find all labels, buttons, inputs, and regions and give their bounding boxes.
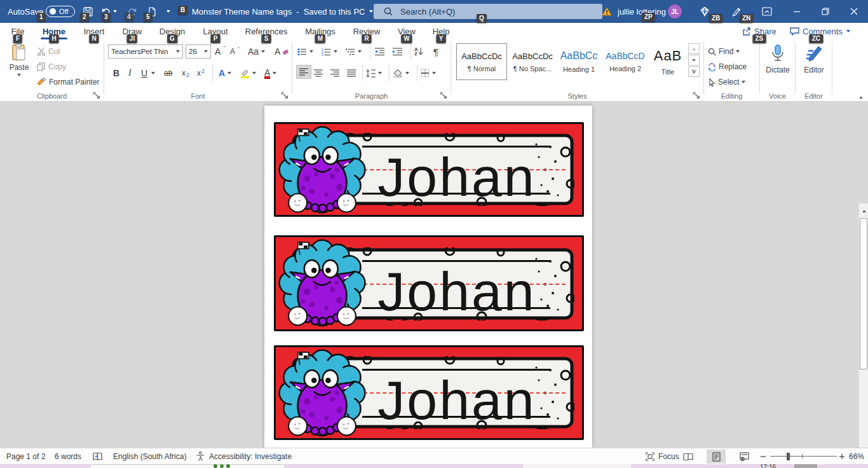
scroll-up-button[interactable] (860, 206, 868, 216)
strikethrough-button[interactable]: ab (164, 66, 172, 80)
comments-button[interactable]: Comments ZC (790, 23, 843, 39)
style-heading1[interactable]: AaBbCc Heading 1 (557, 43, 601, 80)
increase-indent-button[interactable] (393, 45, 402, 59)
select-button[interactable]: Select (708, 75, 745, 89)
read-mode-button[interactable] (679, 450, 698, 464)
document-page[interactable]: Johan Johan Johan (264, 106, 592, 448)
style-no-spacing[interactable]: AaBbCcDc ¶ No Spac... (510, 43, 555, 80)
subscript-button[interactable]: x2 (182, 66, 189, 80)
focus-mode-button[interactable]: Focus (646, 448, 679, 464)
replace-button[interactable]: Replace (708, 60, 747, 74)
change-case-button[interactable]: Aa (248, 45, 265, 59)
document-title[interactable]: Monster Theme Name tags - Saved to this … (192, 0, 373, 23)
find-button[interactable]: Find (708, 45, 740, 59)
zoom-slider-track[interactable] (770, 456, 837, 457)
font-size-combobox[interactable]: 26 (186, 45, 211, 59)
justify-button[interactable] (347, 66, 356, 80)
zoom-out-button[interactable] (760, 448, 766, 464)
clear-formatting-button[interactable]: A (275, 45, 288, 59)
text-effects-button[interactable]: A (219, 66, 231, 80)
font-color-button[interactable]: A (264, 66, 276, 80)
customize-qat-button[interactable] (163, 0, 174, 23)
avatar[interactable]: JL (668, 4, 682, 18)
font-dialog-launcher[interactable] (281, 92, 288, 99)
editor-button[interactable]: Editor (801, 45, 827, 74)
shading-button[interactable] (393, 66, 409, 80)
taskbar-clock[interactable]: 17:16 (760, 464, 785, 468)
bold-button[interactable]: B (113, 66, 119, 80)
restore-button[interactable] (811, 0, 839, 23)
tab-insert[interactable]: InsertN (78, 23, 111, 39)
sort-button[interactable]: AZ (414, 45, 423, 59)
tab-review[interactable]: ReviewR (348, 23, 385, 39)
comments-dropdown-button[interactable] (846, 23, 859, 39)
search-input[interactable]: Search (Alt+Q) (374, 4, 602, 19)
share-icon (742, 27, 751, 36)
chevron-up-icon (859, 96, 863, 99)
minimize-button[interactable] (782, 0, 811, 23)
vertical-scrollbar[interactable] (858, 203, 868, 468)
page-indicator[interactable]: Page 1 of 2 (6, 448, 45, 464)
styles-scroll-up-button[interactable] (688, 43, 700, 54)
style-heading2[interactable]: AaBbCcD Heading 2 (602, 43, 648, 80)
style-normal[interactable]: AaBbCcDc ¶ Normal (456, 43, 507, 80)
tab-help[interactable]: HelpY (427, 23, 455, 39)
print-layout-button[interactable] (707, 450, 726, 464)
underline-dropdown[interactable] (151, 66, 155, 80)
multilevel-list-button[interactable] (346, 45, 362, 59)
tab-home[interactable]: HomeH (37, 23, 71, 39)
tab-draw[interactable]: DrawJI (117, 23, 147, 39)
language-indicator[interactable]: English (South Africa) (113, 448, 186, 464)
status-bar: Page 1 of 2 6 words English (South Afric… (0, 448, 868, 464)
decrease-indent-button[interactable] (375, 45, 384, 59)
underline-button[interactable]: U (141, 66, 147, 80)
dictate-button[interactable]: Dictate (765, 45, 790, 74)
italic-button[interactable]: I (128, 66, 132, 80)
tab-file[interactable]: FileF (6, 23, 29, 39)
student-name[interactable]: Johan (365, 264, 549, 319)
styles-scroll-down-button[interactable] (688, 55, 700, 65)
borders-button[interactable] (421, 66, 436, 80)
align-center-button[interactable] (314, 66, 323, 80)
keytip-undo: 3 (102, 13, 111, 22)
ribbon-display-options-button[interactable] (759, 0, 775, 23)
tab-design[interactable]: DesignG (154, 23, 191, 39)
zoom-slider-thumb[interactable] (787, 453, 790, 460)
student-name[interactable]: Johan (365, 149, 549, 204)
format-painter-button[interactable]: Format Painter (37, 75, 99, 89)
accessibility-status[interactable]: Accessibility: Investigate (196, 448, 292, 464)
clipboard-dialog-launcher[interactable] (93, 92, 100, 99)
tab-layout[interactable]: LayoutP (198, 23, 233, 39)
align-right-button[interactable] (330, 66, 339, 80)
group-paragraph: 123 AZ ¶ (292, 39, 451, 102)
share-button[interactable]: Share ZS (742, 23, 776, 39)
tab-references[interactable]: ReferencesS (240, 23, 292, 39)
autosave-toggle[interactable]: Off (46, 0, 75, 23)
bullets-button[interactable] (297, 45, 313, 59)
notification-warning[interactable] (600, 0, 613, 23)
style-title[interactable]: AaB Title (649, 43, 686, 80)
scrollbar-thumb[interactable] (860, 218, 867, 369)
styles-more-button[interactable] (688, 66, 700, 77)
proofing-status-button[interactable] (93, 448, 102, 464)
font-name-combobox[interactable]: TeachersPet Thin (108, 45, 183, 59)
shrink-font-button[interactable]: Aˇ (230, 45, 240, 59)
web-layout-button[interactable] (735, 450, 754, 464)
zoom-in-button[interactable] (839, 448, 845, 464)
grow-font-button[interactable]: Aˆ (215, 45, 225, 59)
zoom-level[interactable]: 66% (849, 448, 864, 464)
word-count[interactable]: 6 words (55, 448, 81, 464)
student-name[interactable]: Johan (365, 373, 549, 427)
numbering-button[interactable]: 123 (322, 45, 337, 59)
highlight-button[interactable] (240, 66, 256, 80)
styles-dialog-launcher[interactable] (693, 92, 700, 99)
close-button[interactable] (839, 0, 868, 23)
align-left-button[interactable] (296, 65, 311, 79)
show-formatting-button[interactable]: ¶ (433, 45, 438, 59)
line-spacing-button[interactable] (366, 66, 382, 80)
paste-button[interactable]: Paste (5, 43, 33, 76)
paragraph-dialog-launcher[interactable] (440, 92, 447, 99)
tab-view[interactable]: ViewW (393, 23, 421, 39)
tab-mailings[interactable]: MailingsM (300, 23, 341, 39)
superscript-button[interactable]: x2 (197, 66, 205, 80)
